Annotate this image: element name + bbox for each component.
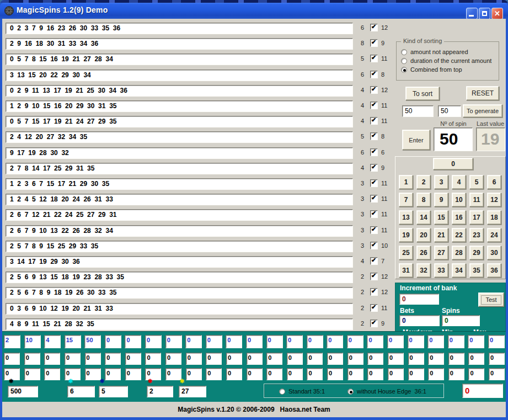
bet-cell[interactable]: 0 [327,353,343,365]
bet-cell[interactable]: 0 [388,353,404,365]
reset-button[interactable]: RESET [466,86,499,100]
marker-value-input[interactable]: 5 [99,386,128,397]
bet-cell[interactable]: 0 [428,368,444,380]
bet-cell[interactable]: 0 [85,368,101,380]
number-button-24[interactable]: 24 [487,228,501,242]
row-checkbox[interactable]: ✔ [370,257,378,265]
number-button-31[interactable]: 31 [399,263,413,278]
number-button-20[interactable]: 20 [416,228,431,242]
bet-cell[interactable]: 0 [145,335,162,348]
number-button-0[interactable]: 0 [433,158,473,170]
bet-cell[interactable]: 0 [287,368,303,380]
bet-cell[interactable]: 0 [266,353,282,365]
minimize-button[interactable] [466,8,478,19]
sorting-option[interactable]: Combined from top [401,66,462,73]
bet-cell[interactable]: 10 [24,335,41,348]
bet-cell[interactable]: 0 [24,353,40,365]
marker-value-input[interactable]: 6 [67,386,95,397]
bet-cell[interactable]: 0 [44,368,60,380]
sequence-numbers-field[interactable]: 1 2 3 6 7 15 17 21 29 30 35 [6,178,353,190]
number-button-19[interactable]: 19 [399,228,413,242]
number-button-9[interactable]: 9 [434,193,448,207]
bet-cell[interactable]: 0 [125,335,141,348]
bet-cell[interactable]: 0 [327,368,343,380]
bet-cell[interactable]: 0 [347,353,363,365]
sequence-numbers-field[interactable]: 0 5 7 15 17 19 21 24 27 29 35 [6,116,353,127]
bet-cell[interactable]: 0 [347,335,363,348]
bet-cell[interactable]: 0 [226,353,242,365]
bet-cell[interactable]: 50 [84,335,101,348]
number-button-25[interactable]: 25 [399,246,413,260]
sequence-numbers-field[interactable]: 9 17 19 28 30 32 [6,147,353,159]
bet-cell[interactable]: 4 [44,335,61,348]
number-button-12[interactable]: 12 [487,193,501,207]
number-button-5[interactable]: 5 [469,175,484,189]
sequence-numbers-field[interactable]: 2 9 16 18 30 31 33 34 36 [6,38,353,50]
sequence-numbers-field[interactable]: 2 5 6 9 13 15 18 19 23 28 33 35 [6,272,353,283]
sequence-numbers-field[interactable]: 2 5 7 8 9 15 25 29 33 35 [6,241,353,252]
bet-cell[interactable]: 0 [105,368,121,380]
row-checkbox[interactable]: ✔ [370,102,378,109]
sorting-option[interactable]: duration of the current amount [401,57,491,65]
sequence-numbers-field[interactable]: 2 6 7 9 10 13 22 26 28 32 34 [6,225,353,237]
bet-cell[interactable]: 0 [489,368,505,380]
row-checkbox[interactable]: ✔ [370,86,378,94]
number-button-26[interactable]: 26 [416,246,431,260]
bet-cell[interactable]: 0 [448,368,464,380]
marker-value-input[interactable]: 27 [179,386,206,397]
row-checkbox[interactable]: ✔ [370,210,378,218]
bet-cell[interactable]: 0 [145,353,161,365]
row-checkbox[interactable]: ✔ [370,195,378,203]
to-generate-button[interactable]: To generate [463,104,502,118]
number-button-15[interactable]: 15 [434,210,448,225]
sequence-numbers-field[interactable]: 0 2 3 7 9 16 23 26 30 33 35 36 [6,23,353,34]
row-checkbox[interactable]: ✔ [370,117,378,125]
bet-cell[interactable]: 0 [468,368,484,380]
bet-cell[interactable]: 0 [125,353,141,365]
number-button-8[interactable]: 8 [416,193,431,207]
bet-cell[interactable]: 0 [307,335,323,348]
sorting-option[interactable]: amount not appeared [401,48,468,56]
number-button-23[interactable]: 23 [469,228,484,242]
bet-cell[interactable]: 0 [85,353,101,365]
test-button[interactable]: Test [478,293,504,307]
spins-input[interactable]: 0 [442,315,480,326]
number-button-28[interactable]: 28 [452,246,466,260]
bet-cell[interactable]: 0 [388,368,404,380]
close-button[interactable]: ✕ [491,8,503,19]
number-button-35[interactable]: 35 [469,263,484,278]
number-button-30[interactable]: 30 [487,246,501,260]
sequence-numbers-field[interactable]: 2 4 12 20 27 32 34 35 [6,131,353,143]
bet-cell[interactable]: 0 [489,353,505,365]
bet-cell[interactable]: 0 [44,353,60,365]
row-checkbox[interactable]: ✔ [370,320,378,327]
number-button-18[interactable]: 18 [487,210,501,225]
row-checkbox[interactable]: ✔ [370,226,378,234]
row-checkbox[interactable]: ✔ [370,288,378,296]
bet-cell[interactable]: 0 [307,368,323,380]
bet-cell[interactable]: 0 [206,335,222,348]
sequence-numbers-field[interactable]: 0 3 6 9 10 12 19 20 21 31 33 [6,303,353,315]
sequence-numbers-field[interactable]: 4 8 9 11 15 21 28 32 35 [6,318,353,330]
increment-of-bank-input[interactable]: 0 [399,294,439,305]
bet-cell[interactable]: 0 [448,353,464,365]
bet-cell[interactable]: 0 [24,368,40,380]
bet-cell[interactable]: 0 [206,368,222,380]
marker-value-input[interactable]: 500 [8,386,38,397]
bet-cell[interactable]: 0 [287,353,303,365]
maximize-button[interactable] [479,8,490,19]
number-button-4[interactable]: 4 [452,175,466,189]
bet-cell[interactable]: 0 [266,335,283,348]
sequence-numbers-field[interactable]: 2 6 7 12 21 22 24 25 27 29 31 [6,209,353,221]
bets-input[interactable]: 0 [399,315,440,326]
payout-option[interactable]: without House Edge 36:1 [347,387,426,395]
bet-cell[interactable]: 0 [468,335,484,348]
bet-cell[interactable]: 0 [105,353,121,365]
row-checkbox[interactable]: ✔ [370,242,378,249]
bet-cell[interactable]: 0 [347,368,363,380]
bet-cell[interactable]: 0 [408,368,424,380]
sequence-numbers-field[interactable]: 0 2 9 11 13 17 19 21 25 30 34 36 [6,85,353,97]
number-button-16[interactable]: 16 [452,210,466,225]
number-button-36[interactable]: 36 [487,263,501,278]
sequence-numbers-field[interactable]: 2 5 6 7 8 9 18 19 26 30 33 35 [6,287,353,299]
